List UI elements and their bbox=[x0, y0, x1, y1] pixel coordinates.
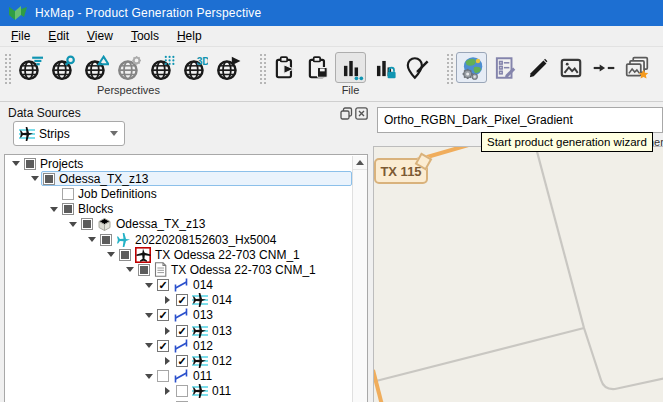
edit-marker-button[interactable] bbox=[401, 52, 432, 83]
flight-icon bbox=[116, 233, 131, 247]
globe-play-icon bbox=[215, 55, 241, 81]
checkbox-checked[interactable] bbox=[176, 294, 188, 306]
edit-product-button[interactable] bbox=[522, 52, 553, 83]
tree-row-content: 014 bbox=[155, 278, 352, 293]
checkbox-partial[interactable] bbox=[62, 203, 74, 215]
tree-row[interactable]: 014 bbox=[5, 278, 352, 293]
menu-file[interactable]: File bbox=[2, 27, 39, 45]
tree-row[interactable]: Blocks bbox=[5, 202, 352, 217]
checkbox-partial[interactable] bbox=[24, 158, 36, 170]
menu-edit[interactable]: Edit bbox=[39, 27, 78, 45]
tree-row-selection: Odessa_TX_z13 bbox=[41, 171, 352, 186]
save-job-button[interactable] bbox=[302, 52, 333, 83]
scroll-up-button[interactable] bbox=[353, 156, 367, 170]
menu-tools[interactable]: Tools bbox=[122, 27, 168, 45]
checkbox-unchecked[interactable] bbox=[157, 370, 169, 382]
checkbox-partial[interactable] bbox=[43, 173, 55, 185]
checkbox-checked[interactable] bbox=[157, 279, 169, 291]
collapse-icon[interactable] bbox=[47, 207, 60, 212]
product-statistics-button[interactable] bbox=[335, 52, 366, 83]
expand-icon[interactable] bbox=[161, 296, 174, 304]
tree-row[interactable]: 20220208152603_Hx5004 bbox=[5, 232, 352, 247]
tree-row[interactable]: 011 bbox=[5, 384, 352, 399]
tree-row[interactable]: 012 bbox=[5, 338, 352, 353]
tree-row[interactable]: TX Odessa 22-703 CNM_1 bbox=[5, 247, 352, 262]
data-source-type-dropdown[interactable]: Strips bbox=[13, 121, 125, 146]
close-panel-button[interactable] bbox=[355, 107, 368, 120]
checkbox-checked[interactable] bbox=[176, 355, 188, 367]
tree-item-label: 014 bbox=[193, 278, 213, 292]
merge-button[interactable] bbox=[588, 52, 619, 83]
collapse-icon[interactable] bbox=[142, 283, 155, 288]
tree-item-label: Odessa_TX_z13 bbox=[59, 172, 148, 186]
bar-chart-dots-icon bbox=[338, 55, 364, 81]
batch-images-button[interactable] bbox=[621, 52, 652, 83]
checkbox-unchecked[interactable] bbox=[176, 385, 188, 397]
collapse-icon[interactable] bbox=[123, 267, 136, 272]
checkbox-partial[interactable] bbox=[119, 249, 131, 261]
tree-row[interactable]: Job Definitions bbox=[5, 186, 352, 201]
collapse-icon[interactable] bbox=[104, 252, 117, 257]
tree-row[interactable]: Projects bbox=[5, 156, 352, 171]
toolbar-grip[interactable] bbox=[3, 52, 11, 86]
tree-row-content: 013 bbox=[155, 308, 352, 323]
tree-row[interactable]: Odessa_TX_z13 bbox=[5, 171, 352, 186]
tree-scrollbar[interactable] bbox=[352, 156, 367, 402]
globe-settings-perspective-button[interactable] bbox=[113, 52, 144, 83]
expand-icon[interactable] bbox=[161, 327, 174, 335]
tree-row[interactable]: 012 bbox=[5, 353, 352, 368]
tree-item-label: 013 bbox=[193, 308, 213, 322]
globe-triangulation-perspective-button[interactable] bbox=[80, 52, 111, 83]
collapse-icon[interactable] bbox=[28, 176, 41, 181]
collapse-icon[interactable] bbox=[9, 161, 22, 166]
product-name-input[interactable] bbox=[377, 107, 663, 133]
expand-icon[interactable] bbox=[161, 357, 174, 365]
job-definition-list-button[interactable] bbox=[489, 52, 520, 83]
image-icon bbox=[558, 55, 584, 81]
float-panel-button[interactable] bbox=[340, 107, 353, 120]
collapse-icon[interactable] bbox=[142, 374, 155, 379]
tree-row[interactable]: 014 bbox=[5, 293, 352, 308]
document-icon bbox=[154, 262, 167, 277]
globe-3d-perspective-button[interactable]: 3D bbox=[179, 52, 210, 83]
pin-edit-icon bbox=[404, 55, 430, 81]
locked-statistics-button[interactable] bbox=[368, 52, 399, 83]
tree-row[interactable]: 011 bbox=[5, 369, 352, 384]
globe-filter-perspective-button[interactable] bbox=[14, 52, 45, 83]
toolbar-group-label: File bbox=[342, 84, 360, 96]
expand-icon[interactable] bbox=[161, 387, 174, 395]
checkbox-partial[interactable] bbox=[100, 234, 112, 246]
menu-help[interactable]: Help bbox=[168, 27, 211, 45]
checkbox-unchecked[interactable] bbox=[62, 188, 74, 200]
menu-view[interactable]: View bbox=[78, 27, 122, 45]
collapse-icon[interactable] bbox=[66, 222, 79, 227]
clipboard-save-icon bbox=[305, 55, 331, 81]
collapse-icon[interactable] bbox=[142, 313, 155, 318]
checkbox-checked[interactable] bbox=[176, 325, 188, 337]
checkbox-partial[interactable] bbox=[81, 218, 93, 230]
map-view[interactable]: TX 115 bbox=[373, 146, 663, 402]
image-preview-button[interactable] bbox=[555, 52, 586, 83]
tree-row[interactable]: TX Odessa 22-703 CNM_1 bbox=[5, 262, 352, 277]
checkbox-checked[interactable] bbox=[157, 309, 169, 321]
globe-play-perspective-button[interactable] bbox=[212, 52, 243, 83]
window-title: HxMap - Product Generation Perspective bbox=[35, 6, 261, 20]
checkbox-partial[interactable] bbox=[138, 264, 150, 276]
toolbar-grip[interactable] bbox=[258, 52, 266, 86]
tree-row[interactable]: 013 bbox=[5, 308, 352, 323]
collapse-icon[interactable] bbox=[85, 237, 98, 242]
checkbox-checked[interactable] bbox=[157, 340, 169, 352]
tree-row[interactable]: Odessa_TX_z13 bbox=[5, 217, 352, 232]
tree-item-label: TX Odessa 22-703 CNM_1 bbox=[171, 263, 316, 277]
globe-search-icon bbox=[50, 55, 76, 81]
application-window: HxMap - Product Generation Perspective F… bbox=[0, 0, 663, 402]
strip-plane-icon bbox=[192, 293, 208, 307]
run-job-button[interactable] bbox=[269, 52, 300, 83]
collapse-icon[interactable] bbox=[142, 343, 155, 348]
globe-grid-perspective-button[interactable] bbox=[146, 52, 177, 83]
globe-search-perspective-button[interactable] bbox=[47, 52, 78, 83]
toolbar-grip[interactable] bbox=[445, 52, 453, 86]
globe-filter-icon bbox=[17, 55, 43, 81]
tree-row[interactable]: 013 bbox=[5, 323, 352, 338]
start-product-generation-wizard-button[interactable] bbox=[456, 52, 487, 83]
